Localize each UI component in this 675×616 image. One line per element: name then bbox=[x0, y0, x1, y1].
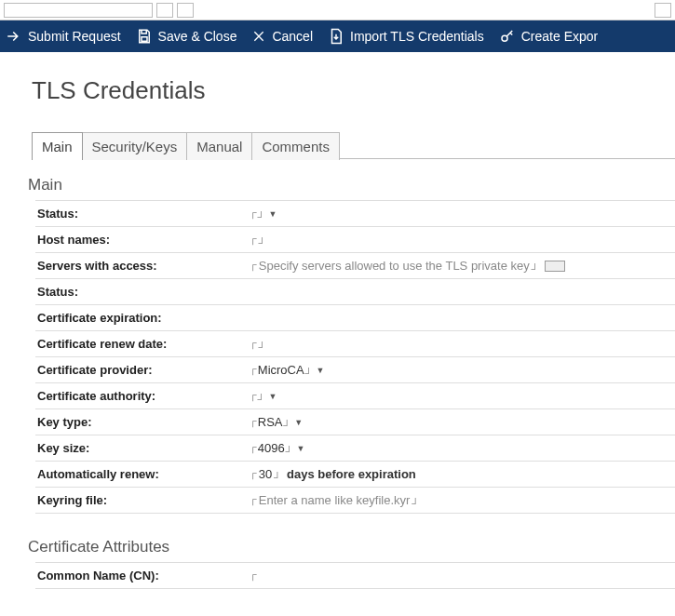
row-cert-expiration: Certificate expiration: bbox=[35, 305, 675, 331]
legacy-button-2[interactable] bbox=[177, 3, 194, 18]
servers-placeholder: Specify servers allowed to use the TLS p… bbox=[259, 259, 530, 273]
page-title: TLS Credentials bbox=[32, 76, 675, 105]
tab-manual[interactable]: Manual bbox=[186, 132, 252, 160]
label-cert-expiration: Certificate expiration: bbox=[35, 311, 250, 325]
label-status-2: Status: bbox=[35, 285, 250, 299]
tab-main-label: Main bbox=[42, 139, 73, 154]
chevron-down-icon: ▼ bbox=[294, 418, 303, 427]
auto-renew-suffix: days before expiration bbox=[287, 467, 416, 481]
legacy-button-1[interactable] bbox=[156, 3, 173, 18]
chevron-down-icon: ▼ bbox=[297, 444, 305, 453]
close-icon bbox=[251, 29, 266, 44]
tab-strip: Main Security/Keys Manual Comments bbox=[32, 131, 675, 159]
legacy-button-3[interactable] bbox=[655, 3, 671, 18]
cancel-action[interactable]: Cancel bbox=[251, 29, 313, 44]
import-tls-action[interactable]: Import TLS Credentials bbox=[328, 28, 484, 45]
submit-request-action[interactable]: Submit Request bbox=[6, 28, 121, 45]
main-fields: Status: ▼ Host names: Servers with acces… bbox=[35, 200, 675, 514]
label-cert-provider: Certificate provider: bbox=[35, 363, 250, 377]
tab-security-keys[interactable]: Security/Keys bbox=[82, 132, 188, 160]
label-servers: Servers with access: bbox=[35, 259, 250, 273]
row-status-2: Status: bbox=[35, 279, 675, 305]
label-cert-authority: Certificate authority: bbox=[35, 389, 250, 403]
row-status-1: Status: ▼ bbox=[35, 201, 675, 227]
row-keyring-file: Keyring file: Enter a name like keyfile.… bbox=[35, 488, 675, 514]
tab-main[interactable]: Main bbox=[32, 132, 83, 160]
tab-security-label: Security/Keys bbox=[92, 139, 178, 154]
row-servers: Servers with access: Specify servers all… bbox=[35, 253, 675, 279]
value-common-name[interactable] bbox=[250, 570, 675, 582]
import-tls-label: Import TLS Credentials bbox=[350, 29, 484, 44]
tab-comments-label: Comments bbox=[262, 139, 330, 154]
value-servers[interactable]: Specify servers allowed to use the TLS p… bbox=[250, 259, 675, 273]
svg-point-1 bbox=[502, 35, 507, 41]
submit-label: Submit Request bbox=[28, 29, 121, 44]
value-hostnames[interactable] bbox=[250, 234, 675, 246]
save-close-action[interactable]: Save & Close bbox=[136, 28, 237, 45]
section-cert-attrs: Certificate Attributes Common Name (CN): bbox=[28, 538, 675, 589]
tab-comments[interactable]: Comments bbox=[251, 132, 340, 160]
row-cert-authority: Certificate authority: ▼ bbox=[35, 383, 675, 409]
key-icon bbox=[499, 28, 516, 45]
label-key-type: Key type: bbox=[35, 415, 250, 429]
label-keyring-file: Keyring file: bbox=[35, 493, 250, 507]
value-cert-authority[interactable]: ▼ bbox=[250, 391, 675, 402]
value-key-size[interactable]: 4096▼ bbox=[250, 441, 675, 455]
row-hostnames: Host names: bbox=[35, 227, 675, 253]
tab-manual-label: Manual bbox=[196, 139, 242, 154]
page-body: TLS Credentials Main Security/Keys Manua… bbox=[0, 52, 675, 589]
row-cert-provider: Certificate provider: MicroCA▼ bbox=[35, 357, 675, 383]
label-cert-renew-date: Certificate renew date: bbox=[35, 337, 250, 351]
label-auto-renew: Automatically renew: bbox=[35, 467, 250, 481]
value-keyring-file[interactable]: Enter a name like keyfile.kyr bbox=[250, 493, 675, 507]
row-cert-renew-date: Certificate renew date: bbox=[35, 331, 675, 357]
legacy-input[interactable] bbox=[4, 3, 153, 18]
key-size-value: 4096 bbox=[258, 441, 285, 455]
value-cert-renew-date[interactable] bbox=[250, 339, 675, 350]
section-main: Main Status: ▼ Host names: Servers with … bbox=[28, 176, 675, 514]
row-key-size: Key size: 4096▼ bbox=[35, 435, 675, 462]
section-main-title: Main bbox=[28, 176, 675, 194]
value-key-type[interactable]: RSA▼ bbox=[250, 415, 675, 429]
action-bar: Submit Request Save & Close Cancel Impor… bbox=[0, 20, 675, 52]
label-key-size: Key size: bbox=[35, 441, 250, 455]
label-status-1: Status: bbox=[35, 207, 250, 221]
value-auto-renew[interactable]: 30 days before expiration bbox=[250, 467, 675, 481]
label-common-name: Common Name (CN): bbox=[35, 569, 250, 583]
cert-provider-value: MicroCA bbox=[258, 363, 304, 377]
import-icon bbox=[328, 28, 344, 45]
submit-icon bbox=[6, 28, 22, 45]
row-key-type: Key type: RSA▼ bbox=[35, 409, 675, 435]
auto-renew-value: 30 bbox=[259, 467, 272, 481]
label-hostnames: Host names: bbox=[35, 233, 250, 247]
row-auto-renew: Automatically renew: 30 days before expi… bbox=[35, 462, 675, 488]
svg-rect-0 bbox=[142, 37, 147, 42]
cert-attr-fields: Common Name (CN): bbox=[35, 562, 675, 589]
legacy-toolbar bbox=[0, 0, 675, 20]
cancel-label: Cancel bbox=[272, 29, 313, 44]
key-type-value: RSA bbox=[258, 415, 283, 429]
value-cert-provider[interactable]: MicroCA▼ bbox=[250, 363, 675, 377]
servers-picker-button[interactable] bbox=[545, 261, 565, 272]
value-status-1[interactable]: ▼ bbox=[250, 208, 675, 220]
keyring-placeholder: Enter a name like keyfile.kyr bbox=[259, 493, 411, 507]
save-close-label: Save & Close bbox=[158, 29, 237, 44]
chevron-down-icon: ▼ bbox=[269, 209, 277, 219]
row-common-name: Common Name (CN): bbox=[35, 563, 675, 589]
section-cert-attrs-title: Certificate Attributes bbox=[28, 538, 675, 556]
save-icon bbox=[136, 28, 153, 45]
chevron-down-icon: ▼ bbox=[269, 392, 277, 401]
create-export-action[interactable]: Create Expor bbox=[499, 28, 598, 45]
chevron-down-icon: ▼ bbox=[316, 366, 324, 375]
create-export-label: Create Expor bbox=[521, 29, 598, 44]
